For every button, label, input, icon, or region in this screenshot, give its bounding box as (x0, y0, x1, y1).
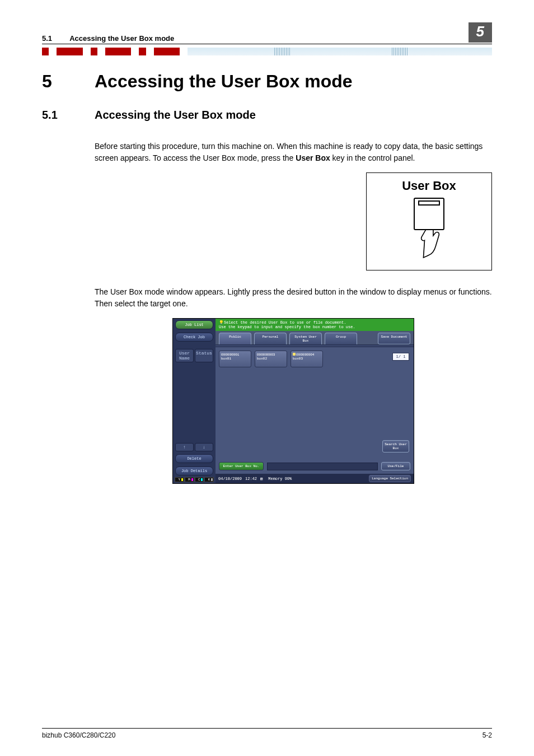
section-title-text: Accessing the User Box mode (95, 109, 256, 122)
user-box-key-label: User Box (402, 179, 456, 193)
chapter-heading: 5 Accessing the User Box mode (42, 71, 492, 92)
paragraph-1: Before starting this procedure, turn thi… (95, 141, 492, 164)
header-section-title: Accessing the User Box mode (69, 34, 174, 43)
box-list-area: 000000001 box01 000000003 box02 00000000… (216, 347, 414, 474)
box-item[interactable]: 000000004 box03 (291, 351, 323, 367)
user-name-column: User Name (175, 349, 194, 362)
bulb-icon: 💡 (219, 320, 224, 325)
header-left: 5.1 Accessing the User Box mode (42, 34, 174, 43)
status-column: Status (195, 349, 213, 362)
running-header: 5.1 Accessing the User Box mode 5 (42, 22, 492, 44)
header-section-number: 5.1 (42, 34, 68, 43)
main-panel: 💡Select the desired User Box to use or f… (216, 319, 414, 483)
box-type-tabs: Public Personal System User Box Group Sa… (216, 331, 414, 344)
scroll-down-button[interactable]: ↓ (195, 443, 213, 451)
device-icon (414, 198, 444, 230)
lock-icon (293, 353, 296, 356)
decorative-bar (42, 48, 492, 55)
section-number: 5.1 (42, 109, 95, 122)
box-name: box01 (221, 357, 249, 361)
status-time: 12:42 (245, 477, 257, 481)
chapter-number: 5 (42, 71, 95, 92)
check-job-tab[interactable]: Check Job (175, 333, 213, 342)
figure-touchscreen: Job List Check Job User Name Status ↑ ↓ … (95, 318, 492, 484)
p1-bold: User Box (296, 153, 330, 162)
delete-button[interactable]: Delete (175, 454, 213, 463)
box-number: 000000001 (221, 353, 249, 357)
section-heading: 5.1 Accessing the User Box mode (42, 109, 492, 122)
box-number: 000000003 (257, 353, 285, 357)
box-number-input[interactable] (267, 463, 378, 470)
search-user-box-button[interactable]: Search User Box (382, 440, 409, 452)
memory-value: 99% (285, 477, 292, 481)
figure-user-box-key: User Box (95, 172, 492, 270)
instruction-banner: 💡Select the desired User Box to use or f… (216, 319, 414, 331)
chapter-title-text: Accessing the User Box mode (95, 71, 353, 92)
tab-personal[interactable]: Personal (254, 333, 287, 344)
status-bar: 04/10/2009 12:42 ▧ Memory 99% Language S… (216, 474, 414, 483)
toner-y: Y (175, 477, 184, 482)
box-name: box02 (257, 357, 285, 361)
tab-public[interactable]: Public (219, 333, 251, 344)
tab-system[interactable]: System User Box (289, 333, 322, 344)
box-name: box03 (293, 357, 321, 361)
enter-box-label: Enter User Box No. (219, 462, 264, 470)
touchscreen: Job List Check Job User Name Status ↑ ↓ … (172, 318, 414, 484)
toner-levels: Y M C K (175, 477, 214, 482)
page-indicator: 1/ 1 (392, 353, 409, 361)
use-file-button[interactable]: Use/File (381, 462, 410, 470)
tab-group[interactable]: Group (325, 333, 357, 344)
footer-page: 5-2 (483, 731, 492, 739)
box-item[interactable]: 000000001 box01 (219, 351, 251, 367)
language-selection-button[interactable]: Language Selection (369, 475, 411, 482)
footer-model: bizhub C360/C280/C220 (42, 731, 115, 739)
toner-c: C (195, 477, 204, 482)
job-list-tab[interactable]: Job List (175, 320, 213, 329)
status-date: 04/10/2009 (218, 477, 242, 481)
toner-k: K (204, 477, 214, 482)
box-item[interactable]: 000000003 box02 (255, 351, 287, 367)
p1-b: key in the control panel. (330, 153, 415, 162)
memory-label: Memory (268, 477, 282, 481)
instruction-line2: Use the keypad to input and specify the … (219, 325, 355, 329)
left-panel: Job List Check Job User Name Status ↑ ↓ … (173, 319, 216, 483)
paragraph-2: The User Box mode window appears. Lightl… (95, 286, 492, 310)
page-footer: bizhub C360/C280/C220 5-2 (42, 728, 492, 739)
job-details-button[interactable]: Job Details (175, 466, 213, 475)
status-icon: ▧ (260, 477, 263, 481)
box-number: 000000004 (293, 353, 321, 357)
toner-m: M (185, 477, 194, 482)
save-document-button[interactable]: Save Document (378, 333, 410, 344)
instruction-line1: Select the desired User Box to use or fi… (224, 320, 346, 325)
scroll-up-button[interactable]: ↑ (175, 443, 194, 451)
user-box-key-panel: User Box (366, 172, 492, 270)
p1-a: Before starting this procedure, turn thi… (95, 142, 483, 162)
chapter-badge: 5 (469, 22, 492, 43)
